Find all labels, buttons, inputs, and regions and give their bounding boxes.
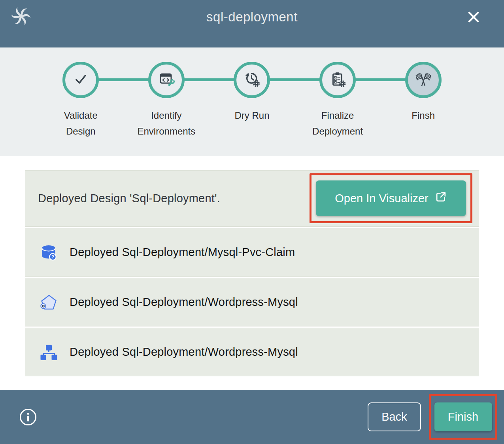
step-circle-validate-design[interactable]	[62, 62, 99, 98]
finish-button[interactable]: Finish	[434, 402, 492, 431]
info-circle-icon	[19, 421, 37, 427]
modal-header: sql-deployment	[0, 0, 504, 47]
step-label: Identify Environments	[138, 108, 196, 139]
deploy-message-panel: Deployed Design 'Sql-Deployment'. Open I…	[25, 170, 479, 227]
step-finalize-deployment: Finalize Deployment	[295, 62, 381, 139]
annotation-box-finish: Finish	[429, 394, 497, 440]
deploy-message: Deployed Design 'Sql-Deployment'.	[25, 192, 220, 205]
step-label: Finalize Deployment	[312, 108, 363, 139]
result-row-text: Deployed Sql-Deployment/Wordpress-Mysql	[70, 296, 298, 309]
step-label: Finsh	[412, 108, 435, 123]
deployment-wizard-modal: sql-deployment Validate Design	[0, 0, 504, 444]
step-identify-environments: Identify Environments	[124, 62, 210, 139]
svg-text:?: ?	[51, 254, 54, 259]
info-button[interactable]	[19, 408, 37, 426]
open-in-visualizer-label: Open In Visualizer	[335, 192, 428, 205]
database-icon: ?	[39, 243, 58, 262]
result-row-text: Deployed Sql-Deployment/Mysql-Pvc-Claim	[70, 246, 295, 259]
code-wrench-icon	[158, 70, 175, 89]
step-finsh: Finsh	[380, 62, 466, 139]
modal-footer: Back Finish	[0, 390, 504, 444]
result-row-wordpress-mysql-pod: Deployed Sql-Deployment/Wordpress-Mysql	[25, 278, 479, 326]
result-row-wordpress-mysql-topology: Deployed Sql-Deployment/Wordpress-Mysql	[25, 328, 479, 376]
close-x-icon	[466, 20, 481, 26]
open-in-visualizer-button[interactable]: Open In Visualizer	[316, 180, 466, 216]
wizard-stepper: Validate Design Ident	[0, 47, 504, 156]
modal-title: sql-deployment	[206, 9, 298, 25]
step-dry-run: Dry Run	[209, 62, 295, 139]
result-row-text: Deployed Sql-Deployment/Wordpress-Mysql	[70, 345, 298, 359]
annotation-box-visualizer: Open In Visualizer	[310, 173, 472, 223]
external-link-icon	[435, 191, 447, 206]
step-circle-dry-run[interactable]	[234, 62, 270, 98]
step-validate-design: Validate Design	[38, 62, 124, 139]
step-label: Dry Run	[234, 108, 269, 123]
app-spiral-logo-icon	[10, 6, 32, 28]
check-icon	[72, 71, 89, 89]
dry-run-gear-icon	[243, 70, 260, 89]
step-circle-finsh[interactable]	[405, 62, 442, 98]
back-button[interactable]: Back	[368, 402, 421, 431]
clipboard-gear-icon	[329, 70, 346, 89]
close-button[interactable]	[464, 8, 483, 26]
pod-pentagon-icon	[39, 293, 58, 312]
deployment-results: Deployed Design 'Sql-Deployment'. Open I…	[0, 156, 504, 390]
result-row-mysql-pvc-claim: ? Deployed Sql-Deployment/Mysql-Pvc-Clai…	[25, 228, 479, 277]
step-circle-finalize-deployment[interactable]	[319, 62, 356, 98]
step-label: Validate Design	[64, 108, 98, 139]
step-circle-identify-environments[interactable]	[148, 62, 185, 98]
checkered-flags-icon	[414, 70, 432, 90]
topology-icon	[39, 343, 58, 362]
